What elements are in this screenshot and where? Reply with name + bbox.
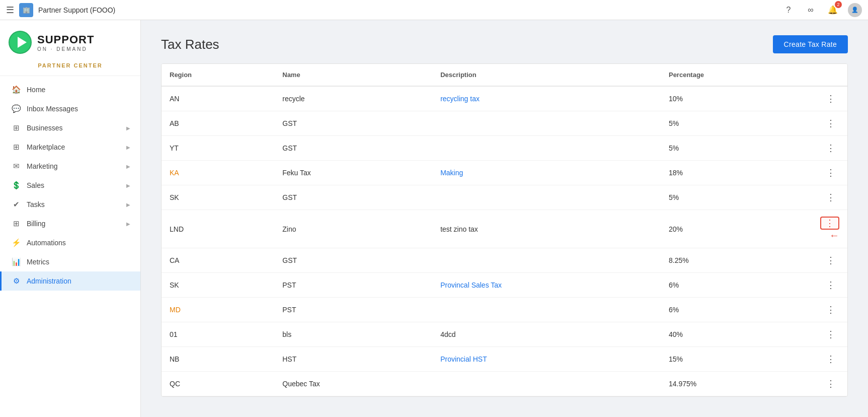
table-header: RegionNameDescriptionPercentage	[162, 64, 847, 86]
sidebar-item-home[interactable]: 🏠Home	[0, 80, 140, 99]
col-header-percentage: Percentage	[661, 64, 812, 86]
cell-description[interactable]: Provincial HST	[432, 347, 661, 372]
user-avatar[interactable]: 👤	[848, 3, 862, 17]
sidebar-item-label-marketing: Marketing	[27, 162, 57, 170]
cell-name: PST	[274, 298, 432, 322]
billing-expand-arrow: ▶	[126, 221, 130, 227]
table-row: QCQuebec Tax14.975%⋮	[162, 372, 847, 396]
row-actions-button-2[interactable]: ⋮	[822, 143, 839, 154]
cell-actions: ⋮	[812, 185, 847, 210]
cell-description[interactable]: recycling tax	[432, 86, 661, 111]
row-actions-button-10[interactable]: ⋮	[822, 354, 839, 365]
cell-description	[432, 298, 661, 322]
row-actions-button-1[interactable]: ⋮	[822, 118, 839, 129]
content-area: Tax Rates Create Tax Rate RegionNameDesc…	[141, 20, 868, 417]
sidebar-item-label-marketplace: Marketplace	[27, 143, 65, 151]
cell-description[interactable]: Provincal Sales Tax	[432, 273, 661, 298]
cell-actions: ⋮	[812, 298, 847, 322]
row-actions-button-4[interactable]: ⋮	[822, 192, 839, 203]
row-actions-button-5[interactable]: ⋮	[820, 217, 839, 230]
cell-actions: ⋮	[812, 136, 847, 161]
cell-description: 4dcd	[432, 322, 661, 347]
sales-icon: 💲	[12, 181, 21, 190]
cell-region: AB	[162, 111, 274, 136]
tax-rates-table-container: RegionNameDescriptionPercentage ANrecycl…	[161, 63, 848, 397]
sidebar-item-businesses[interactable]: ⊞Businesses▶	[0, 118, 140, 137]
table-row: ABGST5%⋮	[162, 111, 847, 136]
marketplace-icon: ⊞	[12, 143, 21, 152]
cell-actions: ⋮	[812, 86, 847, 111]
marketing-icon: ✉	[12, 162, 21, 171]
cell-actions: ⋮	[812, 372, 847, 396]
cell-name: GST	[274, 248, 432, 273]
row-actions-button-9[interactable]: ⋮	[822, 329, 839, 340]
cell-region: MD	[162, 298, 274, 322]
table-body: ANrecyclerecycling tax10%⋮ABGST5%⋮YTGST5…	[162, 86, 847, 396]
sidebar-item-label-metrics: Metrics	[27, 258, 49, 266]
row-actions-button-0[interactable]: ⋮	[822, 93, 839, 104]
cell-description	[432, 111, 661, 136]
table-row: 01bls4dcd40%⋮	[162, 322, 847, 347]
sidebar-item-metrics[interactable]: 📊Metrics	[0, 252, 140, 271]
cell-percentage: 6%	[661, 273, 812, 298]
row-actions-button-6[interactable]: ⋮	[822, 255, 839, 266]
sidebar-item-tasks[interactable]: ✔Tasks▶	[0, 195, 140, 214]
cell-region: KA	[162, 161, 274, 185]
cell-name: GST	[274, 111, 432, 136]
sidebar-item-marketplace[interactable]: ⊞Marketplace▶	[0, 137, 140, 157]
create-tax-rate-button[interactable]: Create Tax Rate	[773, 35, 848, 53]
marketing-expand-arrow: ▶	[126, 164, 130, 169]
billing-icon: ⊞	[12, 219, 21, 228]
notifications-icon[interactable]: 🔔 2	[826, 3, 840, 17]
sidebar-item-sales[interactable]: 💲Sales▶	[0, 176, 140, 195]
sidebar-nav: 🏠Home💬Inbox Messages⊞Businesses▶⊞Marketp…	[0, 76, 140, 417]
cell-percentage: 40%	[661, 322, 812, 347]
sidebar-item-label-administration: Administration	[27, 277, 71, 285]
sidebar-item-billing[interactable]: ⊞Billing▶	[0, 214, 140, 233]
sidebar-item-inbox[interactable]: 💬Inbox Messages	[0, 99, 140, 118]
row-actions-button-7[interactable]: ⋮	[822, 280, 839, 291]
main-layout: • SUPPORT ON · DEMAND PARTNER CENTER 🏠Ho…	[0, 20, 868, 417]
automations-icon: ⚡	[12, 238, 21, 247]
sidebar-item-label-home: Home	[27, 86, 45, 94]
cell-name: HST	[274, 347, 432, 372]
row-actions-button-8[interactable]: ⋮	[822, 304, 839, 315]
table-row: NBHSTProvincial HST15%⋮	[162, 347, 847, 372]
partner-center-label: PARTNER CENTER	[0, 59, 140, 76]
help-icon[interactable]: ?	[781, 3, 796, 17]
sidebar-item-administration[interactable]: ⚙Administration	[0, 271, 140, 291]
row-actions-button-11[interactable]: ⋮	[822, 378, 839, 389]
col-header-actions	[812, 64, 847, 86]
infinity-icon[interactable]: ∞	[804, 3, 818, 17]
cell-region: AN	[162, 86, 274, 111]
marketplace-expand-arrow: ▶	[126, 145, 130, 150]
notification-badge: 2	[835, 1, 842, 8]
highlight-arrow-indicator: ←	[829, 230, 839, 241]
cell-percentage: 5%	[661, 111, 812, 136]
tax-rates-table: RegionNameDescriptionPercentage ANrecycl…	[162, 64, 847, 396]
cell-description[interactable]: Making	[432, 161, 661, 185]
row-actions-button-3[interactable]: ⋮	[822, 167, 839, 178]
hamburger-menu-icon[interactable]: ☰	[6, 5, 14, 16]
cell-actions: ⋮	[812, 322, 847, 347]
table-row: KAFeku TaxMaking18%⋮	[162, 161, 847, 185]
cell-name: GST	[274, 185, 432, 210]
table-row: ANrecyclerecycling tax10%⋮	[162, 86, 847, 111]
logo-support-text: SUPPORT	[37, 33, 94, 46]
metrics-icon: 📊	[12, 257, 21, 266]
cell-percentage: 5%	[661, 185, 812, 210]
sidebar-item-automations[interactable]: ⚡Automations	[0, 233, 140, 252]
topbar: ☰ 🏢 Partner Support (FOOO) ? ∞ 🔔 2 👤	[0, 0, 868, 20]
cell-name: Zino	[274, 210, 432, 248]
support-logo-icon: •	[8, 30, 32, 54]
cell-actions: ⋮	[812, 161, 847, 185]
cell-description	[432, 372, 661, 396]
page-title: Tax Rates	[161, 37, 219, 52]
col-header-description: Description	[432, 64, 661, 86]
sidebar-item-marketing[interactable]: ✉Marketing▶	[0, 157, 140, 176]
cell-name: Quebec Tax	[274, 372, 432, 396]
cell-percentage: 14.975%	[661, 372, 812, 396]
topbar-title: Partner Support (FOOO)	[38, 6, 115, 14]
cell-name: Feku Tax	[274, 161, 432, 185]
cell-name: GST	[274, 136, 432, 161]
